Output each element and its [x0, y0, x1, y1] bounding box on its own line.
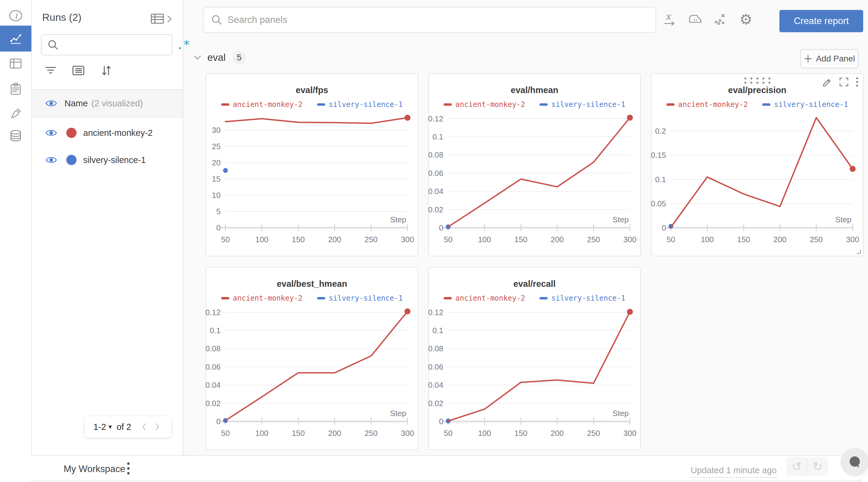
chart-plot[interactable]: 00.020.040.060.080.10.125010015020025030…	[429, 303, 640, 447]
visibility-eye-icon[interactable]	[44, 99, 58, 108]
legend-item: silvery-silence-1	[317, 100, 403, 109]
smoothing-iron-icon[interactable]	[687, 11, 704, 27]
visibility-eye-icon[interactable]	[44, 155, 58, 164]
legend-item: silvery-silence-1	[539, 294, 625, 302]
svg-text:300: 300	[401, 235, 414, 244]
visibility-eye-icon[interactable]	[44, 128, 58, 137]
svg-text:15: 15	[212, 174, 221, 184]
workspace-charts-tab[interactable]	[0, 26, 31, 52]
svg-text:0.1: 0.1	[433, 132, 443, 141]
filter-icon[interactable]	[44, 66, 57, 75]
fullscreen-icon[interactable]	[839, 77, 849, 87]
svg-text:300: 300	[623, 429, 636, 438]
panel-eval-best-hmean: eval/best_hmean ancient-monkey-2silvery-…	[206, 267, 418, 450]
svg-text:150: 150	[292, 429, 305, 438]
add-panel-button[interactable]: Add Panel	[801, 49, 858, 68]
info-icon[interactable]: i	[0, 3, 31, 28]
panel-kebab-icon[interactable]	[856, 77, 859, 87]
chart-plot[interactable]: 00.020.040.060.080.10.125010015020025030…	[429, 110, 640, 253]
svg-text:25: 25	[212, 142, 221, 151]
left-icon-rail: i	[0, 0, 32, 482]
panel-title: eval/recall	[429, 279, 640, 289]
edit-pencil-icon[interactable]	[822, 77, 832, 87]
legend-item: ancient-monkey-2	[444, 294, 525, 302]
legend-item: ancient-monkey-2	[221, 100, 303, 109]
chart-legend: ancient-monkey-2silvery-silence-1	[206, 293, 418, 303]
panel-resize-handle[interactable]	[856, 249, 861, 254]
eval-section-header: eval 5	[193, 51, 246, 64]
legend-swatch	[317, 297, 325, 299]
artifacts-database-icon[interactable]	[0, 123, 31, 149]
svg-text:100: 100	[255, 235, 268, 244]
redo-icon[interactable]: ↻	[807, 457, 828, 476]
svg-text:5: 5	[216, 207, 221, 216]
expand-runs-chevron-icon[interactable]	[166, 13, 173, 24]
logs-clipboard-icon[interactable]	[0, 76, 31, 101]
legend-item: ancient-monkey-2	[666, 100, 748, 109]
section-panel-count-badge: 5	[232, 51, 246, 64]
group-list-icon[interactable]	[72, 65, 84, 75]
svg-text:0.2: 0.2	[655, 127, 666, 135]
legend-item: ancient-monkey-2	[444, 100, 525, 109]
prev-page-chevron-icon[interactable]	[141, 422, 147, 431]
run-row-ancient-monkey-2[interactable]: ancient-monkey-2	[31, 119, 183, 147]
x-axis-icon[interactable]: x	[662, 11, 678, 27]
svg-text:0.02: 0.02	[205, 399, 221, 408]
workspace-footer: My Workspace Updated 1 minute ago ↺ ↻	[31, 455, 868, 482]
svg-text:20: 20	[212, 158, 221, 167]
runs-table-icon[interactable]	[0, 51, 31, 76]
undo-icon[interactable]: ↺	[786, 457, 807, 476]
updated-timestamp[interactable]: Updated 1 minute ago	[691, 465, 777, 478]
chart-plot[interactable]: 05101520253050100150200250300Step	[206, 110, 418, 253]
runs-table-columns-icon[interactable]	[151, 13, 164, 25]
legend-label: silvery-silence-1	[551, 294, 625, 302]
runs-sidebar: Runs (2) .* Name (2 visualized) ancient-…	[31, 0, 183, 455]
svg-text:150: 150	[737, 235, 750, 244]
legend-swatch	[444, 297, 452, 299]
svg-text:0.15: 0.15	[651, 151, 666, 160]
panel-settings-toolbar: x ⚙	[662, 0, 754, 38]
section-collapse-chevron-icon[interactable]	[193, 54, 202, 61]
bottom-dotted-divider	[31, 481, 868, 481]
svg-text:0.12: 0.12	[205, 308, 221, 317]
sort-icon[interactable]	[100, 65, 113, 76]
run-name: silvery-silence-1	[83, 155, 146, 165]
search-panels-input[interactable]	[227, 14, 655, 26]
run-row-silvery-silence-1[interactable]: silvery-silence-1	[31, 147, 183, 173]
svg-text:200: 200	[551, 235, 564, 244]
runs-search-input[interactable]	[61, 35, 176, 55]
legend-swatch	[762, 103, 770, 106]
settings-gear-icon[interactable]: ⚙	[738, 11, 754, 27]
run-color-dot	[66, 128, 76, 138]
search-icon	[211, 14, 223, 26]
chart-plot[interactable]: 00.050.10.150.250100150200250300Step	[652, 110, 863, 253]
legend-label: ancient-monkey-2	[456, 100, 525, 109]
sweeps-brush-icon[interactable]	[0, 101, 31, 126]
legend-swatch	[317, 103, 325, 106]
next-page-chevron-icon[interactable]	[155, 422, 160, 431]
search-panels-box	[203, 7, 656, 33]
chart-plot[interactable]: 00.020.040.060.080.10.125010015020025030…	[206, 303, 418, 447]
pagination-caret-icon[interactable]: ▾	[108, 423, 112, 431]
legend-swatch	[666, 103, 675, 106]
svg-text:0.08: 0.08	[428, 344, 443, 353]
outlier-scatter-icon[interactable]	[712, 11, 729, 27]
svg-text:30: 30	[212, 126, 221, 135]
svg-text:0.05: 0.05	[651, 199, 666, 208]
svg-text:0.06: 0.06	[205, 362, 221, 372]
section-title[interactable]: eval	[207, 52, 226, 63]
svg-text:300: 300	[623, 235, 636, 244]
svg-text:300: 300	[401, 429, 414, 438]
svg-text:0: 0	[439, 223, 443, 232]
svg-text:300: 300	[846, 235, 859, 244]
pagination-range[interactable]: 1-2	[93, 422, 106, 432]
create-report-button[interactable]: Create report	[779, 10, 863, 32]
visualized-count-label: (2 visualized)	[91, 98, 143, 108]
legend-swatch	[539, 297, 548, 299]
workspace-kebab-icon[interactable]	[127, 462, 130, 475]
panel-drag-handle[interactable]	[744, 77, 770, 84]
workspace-title[interactable]: My Workspace	[64, 463, 125, 475]
chat-support-button[interactable]	[841, 448, 868, 476]
svg-text:Step: Step	[613, 215, 629, 224]
svg-text:0.12: 0.12	[428, 308, 443, 317]
